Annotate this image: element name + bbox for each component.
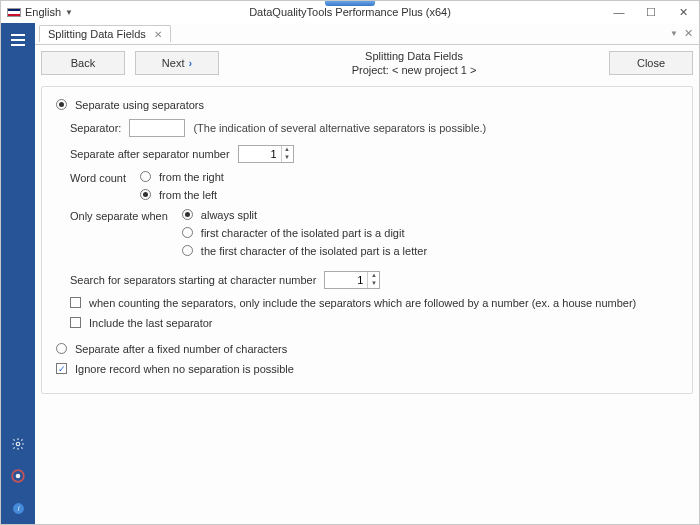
mode-fixed-label: Separate after a fixed number of charact…: [75, 343, 287, 355]
separator-hint: (The indication of several alternative s…: [193, 122, 486, 134]
gear-icon[interactable]: [1, 428, 35, 460]
svg-point-2: [16, 474, 21, 479]
spinner-down-icon[interactable]: ▼: [368, 280, 379, 288]
sep-after-input[interactable]: [239, 148, 281, 160]
search-start-label: Search for separators starting at charac…: [70, 274, 316, 286]
sep-after-spinner[interactable]: ▲▼: [238, 145, 294, 163]
mode-fixed-radio[interactable]: [56, 343, 67, 354]
options-panel: Separate using separators Separator: (Th…: [41, 86, 693, 394]
from-left-radio[interactable]: [140, 189, 151, 200]
first-digit-label: first character of the isolated part is …: [201, 227, 405, 239]
language-selector[interactable]: English ▼: [1, 6, 79, 18]
search-start-spinner[interactable]: ▲▼: [324, 271, 380, 289]
maximize-button[interactable]: ☐: [635, 1, 667, 23]
language-label: English: [25, 6, 61, 18]
project-line: Project: < new project 1 >: [229, 63, 599, 77]
back-button[interactable]: Back: [41, 51, 125, 75]
help-icon[interactable]: [1, 460, 35, 492]
only-numbered-label: when counting the separators, only inclu…: [89, 297, 636, 309]
first-letter-label: the first character of the isolated part…: [201, 245, 427, 257]
close-label: Close: [637, 57, 665, 69]
mode-separators-radio[interactable]: [56, 99, 67, 110]
search-start-input[interactable]: [325, 274, 367, 286]
always-split-radio[interactable]: [182, 209, 193, 220]
back-label: Back: [71, 57, 95, 69]
ignore-record-check[interactable]: ✓: [56, 363, 67, 374]
menu-icon[interactable]: [11, 27, 25, 55]
from-left-label: from the left: [159, 189, 217, 201]
tabbar-close-icon[interactable]: ✕: [684, 27, 693, 40]
next-button[interactable]: Next ›: [135, 51, 219, 75]
always-split-label: always split: [201, 209, 257, 221]
separator-label: Separator:: [70, 122, 121, 134]
word-count-label: Word count: [70, 171, 126, 184]
ignore-record-label: Ignore record when no separation is poss…: [75, 363, 294, 375]
window-title: DataQualityTools Performance Plus (x64): [1, 6, 699, 18]
toolbar-heading-block: Splitting Data Fields Project: < new pro…: [229, 49, 599, 78]
include-last-check[interactable]: [70, 317, 81, 328]
sidebar: i: [1, 23, 35, 524]
next-label: Next: [162, 57, 185, 69]
minimize-button[interactable]: —: [603, 1, 635, 23]
only-numbered-check[interactable]: [70, 297, 81, 308]
from-right-radio[interactable]: [140, 171, 151, 182]
chevron-down-icon: ▼: [65, 8, 73, 17]
tabbar-dropdown-icon[interactable]: ▼: [670, 29, 678, 38]
mode-separators-label: Separate using separators: [75, 99, 204, 111]
spinner-up-icon[interactable]: ▲: [282, 146, 293, 154]
arrow-right-icon: ›: [188, 57, 192, 69]
first-digit-radio[interactable]: [182, 227, 193, 238]
spinner-up-icon[interactable]: ▲: [368, 272, 379, 280]
close-window-button[interactable]: ✕: [667, 1, 699, 23]
separator-input[interactable]: [129, 119, 185, 137]
first-letter-radio[interactable]: [182, 245, 193, 256]
title-accent: [325, 1, 375, 6]
close-icon[interactable]: ✕: [154, 29, 162, 40]
flag-icon: [7, 8, 21, 17]
sep-after-label: Separate after separator number: [70, 148, 230, 160]
spinner-down-icon[interactable]: ▼: [282, 154, 293, 162]
only-separate-label: Only separate when: [70, 209, 168, 222]
page-title: Splitting Data Fields: [229, 49, 599, 63]
from-right-label: from the right: [159, 171, 224, 183]
tab-label: Splitting Data Fields: [48, 28, 146, 40]
include-last-label: Include the last separator: [89, 317, 213, 329]
svg-point-0: [16, 442, 20, 446]
close-button[interactable]: Close: [609, 51, 693, 75]
tab-splitting-data-fields[interactable]: Splitting Data Fields ✕: [39, 25, 171, 42]
info-icon[interactable]: i: [1, 492, 35, 524]
